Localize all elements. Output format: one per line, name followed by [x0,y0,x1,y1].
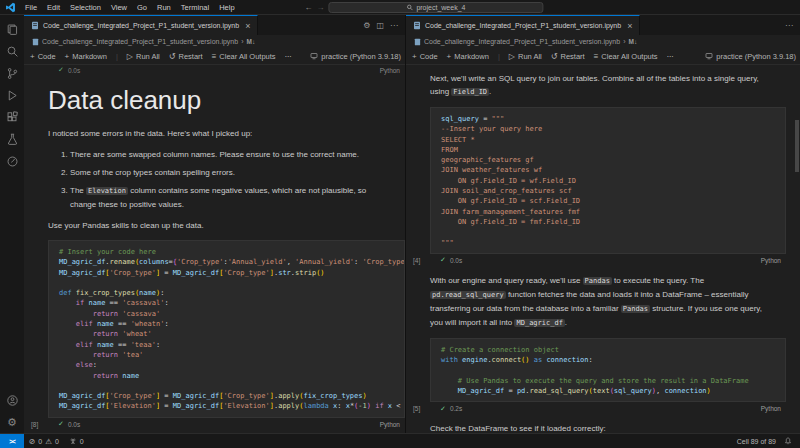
add-markdown-button[interactable]: +Markdown [447,52,489,61]
kernel-picker[interactable]: practice (Python 3.9.18) [705,52,800,61]
code-token: ON gf.Field_ID = wf.Field_ID [441,177,576,185]
close-icon[interactable]: × [245,21,250,31]
cell-language-label[interactable]: Python [761,257,781,264]
code-token [59,320,76,328]
code-token: JOIN soil_and_crop_features scf [441,187,572,195]
cell-position-indicator[interactable]: Cell 89 of 89 [737,438,776,445]
menu-go[interactable]: Go [132,0,152,14]
menu-run[interactable]: Run [152,0,176,14]
settings-gear-icon[interactable]: ⚙ [0,411,24,433]
run-all-button[interactable]: ▷Run All [127,52,160,61]
code-token: MD_agric_df [59,392,105,400]
code-token: sql_query [441,115,479,123]
search-icon[interactable] [0,40,24,62]
menu-terminal[interactable]: Terminal [176,0,214,14]
explorer-icon[interactable] [0,18,24,40]
menu-view[interactable]: View [106,0,132,14]
clear-all-outputs-button[interactable]: ≡Clear All Outputs [212,52,276,61]
kernel-picker[interactable]: practice (Python 3.9.18) [310,52,405,61]
back-icon[interactable]: ← [304,3,312,12]
notebook-content-right[interactable]: Next, we'll write an SQL query to join o… [406,65,800,433]
tab-notebook-right[interactable]: Code_challenge_Integrated_Project_P1_stu… [406,15,640,35]
accounts-icon[interactable] [0,389,24,411]
code-token: connection [664,387,706,395]
run-and-debug-icon[interactable] [0,84,24,106]
breadcrumb[interactable]: Code_challenge_Integrated_Project_P1_stu… [24,35,405,48]
breadcrumb[interactable]: Code_challenge_Integrated_Project_P1_stu… [406,35,800,48]
code-token: : [354,258,362,266]
code-token: 'Crop_type' [110,392,156,400]
tab-title: Code_challenge_Integrated_Project_P1_stu… [43,22,239,29]
clear-all-outputs-button[interactable]: ≡Clear All Outputs [594,52,658,61]
breadcrumb-cell-kind[interactable]: M↓ [246,38,255,45]
notebook-content-left[interactable]: [7]✓0.0sPythonData cleanupI noticed some… [24,65,405,433]
markdown-cell[interactable]: Check the DataFrame to see if it loaded … [430,422,770,433]
execution-time: 0.0s [450,257,462,264]
restart-button[interactable]: ↺Restart [551,52,585,61]
cell-language-label[interactable]: Python [761,405,781,412]
code-line: MD_agric_df['Crop_type'] = MD_agric_df['… [59,268,404,278]
add-markdown-button[interactable]: +Markdown [65,52,107,61]
source-control-icon[interactable] [0,62,24,84]
add-code-button[interactable]: +Code [30,52,56,61]
main-area: ⚙ Code_challenge_Integrated_Project_P1_s… [0,15,800,433]
cell-language-label[interactable]: Python [380,421,400,428]
markdown-paragraph: Use your Pandas skills to clean up the d… [48,219,393,232]
split-editor-icon[interactable]: ◫ [376,21,384,30]
remote-indicator[interactable]: >< [0,434,24,448]
code-token: 'wheatn' [131,320,165,328]
code-line: MD_agric_df['Crop_type'] = MD_agric_df['… [59,391,404,401]
menu-selection[interactable]: Selection [65,0,106,14]
extensions-icon[interactable] [0,106,24,128]
tab-notebook-left[interactable]: Code_challenge_Integrated_Project_P1_stu… [24,15,258,35]
vertical-scrollbar[interactable] [795,120,799,172]
notifications-bell-icon[interactable] [784,437,792,445]
more-actions-icon[interactable]: ⋯ [390,21,398,30]
restart-button[interactable]: ↺Restart [169,52,203,61]
markdown-cell[interactable]: Data cleanupI noticed some errors in the… [48,85,393,232]
ports-indicator[interactable]: 0 [64,434,89,448]
menu-help[interactable]: Help [214,0,239,14]
forward-icon[interactable]: → [316,3,324,12]
code-token: , [287,258,295,266]
code-cell[interactable]: sql_query = """--Insert your query hereS… [430,107,786,254]
code-line: # Insert your code here [59,247,404,257]
breadcrumb-file[interactable]: Code_challenge_Integrated_Project_P1_stu… [424,38,620,45]
workspace-search-box[interactable]: project_week_4 [328,2,543,13]
toolbar-divider: | [498,52,500,61]
jupyter-icon[interactable] [0,150,24,172]
code-token [59,341,76,349]
code-line: MD_agric_df['Elevation'] = MD_agric_df['… [59,401,404,411]
code-cell[interactable]: # Create a connection objectwith engine.… [430,338,786,402]
markdown-paragraph: With our engine and query ready, we'll u… [430,274,770,330]
success-check-icon: ✓ [440,256,446,264]
markdown-cell[interactable]: Next, we'll write an SQL query to join o… [430,72,770,99]
notebook-toolbar-right: +Code +Markdown | ▷Run All ↺Restart ≡Cle… [406,48,800,65]
code-cell[interactable]: # Insert your code hereMD_agric_df.renam… [48,240,405,418]
more-actions-icon[interactable]: ⋯ [667,52,675,61]
code-token: apply [278,392,299,400]
code-token: : [156,341,160,349]
more-actions-icon[interactable]: ⋯ [285,52,293,61]
markdown-cell[interactable]: With our engine and query ready, we'll u… [430,274,770,330]
menu-edit[interactable]: Edit [42,0,65,14]
run-all-button[interactable]: ▷Run All [509,52,542,61]
testing-icon[interactable] [0,128,24,150]
menu-file[interactable]: File [20,0,42,14]
cell-language-label[interactable]: Python [380,67,400,74]
gear-icon[interactable]: ⚙ [363,21,370,30]
code-token: return [93,351,123,359]
notebook-toolbar-left: +Code +Markdown | ▷Run All ↺Restart ≡Cle… [24,48,405,65]
run-all-icon: ▷ [127,52,133,61]
problems-indicator[interactable]: ⊘ 0 ⚠ 0 [24,434,64,448]
breadcrumb-file[interactable]: Code_challenge_Integrated_Project_P1_stu… [42,38,238,45]
code-line: ON gf.Field_ID = fmf.Field_ID [441,217,785,227]
more-actions-icon[interactable]: ⋯ [785,21,793,30]
code-line: elif name == 'wheatn': [59,319,404,329]
text-run: . [565,318,567,327]
code-token [59,310,93,318]
close-icon[interactable]: × [627,21,632,31]
status-bar-right: Cell 89 of 89 [737,437,800,445]
add-code-button[interactable]: +Code [412,52,438,61]
breadcrumb-cell-kind[interactable]: M↓ [628,38,637,45]
